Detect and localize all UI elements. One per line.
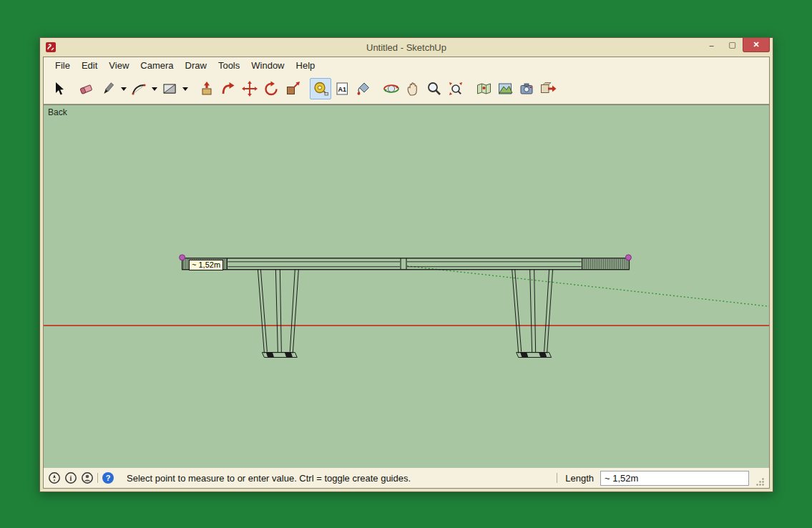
orbit-icon (383, 81, 399, 97)
arc-tool-button[interactable] (128, 78, 150, 99)
orbit-tool-button[interactable] (381, 78, 402, 99)
measure-endpoint-left (180, 255, 185, 260)
menu-bar: File Edit View Camera Draw Tools Window … (44, 57, 769, 74)
push-pull-icon (199, 81, 215, 97)
pan-tool-button[interactable] (402, 78, 424, 99)
zoom-extents-icon (448, 81, 464, 97)
photo-textures-button[interactable] (516, 78, 537, 99)
add-location-button[interactable] (473, 78, 494, 99)
move-tool-button[interactable] (239, 78, 260, 99)
chevron-down-icon (120, 86, 127, 92)
viewport[interactable]: Back ~ 1,52m (44, 104, 769, 468)
window-title: Untitled - SketchUp (43, 42, 770, 53)
inference-guide-line (407, 266, 769, 306)
text-icon: A1 (334, 81, 350, 97)
move-icon (242, 81, 258, 97)
rotate-icon (263, 81, 279, 97)
model-scene (44, 105, 769, 468)
menu-camera[interactable]: Camera (134, 58, 179, 73)
credits-info-icon[interactable]: i (64, 471, 77, 484)
photo-textures-icon (519, 81, 534, 97)
text-tool-button[interactable]: A1 (331, 78, 353, 99)
sketchup-window: Untitled - SketchUp – ▢ ✕ File Edit View… (39, 37, 773, 492)
pushpull-tool-button[interactable] (196, 78, 217, 99)
view-name-label: Back (48, 107, 67, 117)
client-area: File Edit View Camera Draw Tools Window … (43, 57, 770, 489)
scale-tool-button[interactable] (282, 78, 303, 99)
geolocation-icon[interactable] (48, 471, 61, 484)
menu-window[interactable]: Window (245, 58, 290, 73)
menu-help[interactable]: Help (290, 58, 321, 73)
tape-measure-icon (313, 81, 328, 97)
pencil-icon (100, 81, 116, 97)
text-tool-label: A1 (338, 86, 346, 93)
share-model-button[interactable] (537, 78, 559, 99)
status-bar: i ? Select point to measure to or enter … (44, 468, 769, 488)
status-message: Select point to measure to or enter valu… (127, 473, 411, 484)
measurement-input[interactable] (600, 471, 749, 486)
followme-tool-button[interactable] (217, 78, 239, 99)
titlebar: Untitled - SketchUp – ▢ ✕ (43, 38, 770, 57)
desktop: { "window": { "title": "Untitled - Sketc… (0, 0, 812, 528)
paint-bucket-tool-button[interactable] (353, 78, 374, 99)
resize-grip[interactable] (755, 477, 765, 487)
bench-top (182, 258, 630, 270)
menu-draw[interactable]: Draw (180, 58, 212, 73)
line-tool-dropdown[interactable] (119, 78, 128, 99)
close-button[interactable]: ✕ (743, 38, 770, 52)
measure-endpoint-right (625, 255, 631, 260)
vcb-divider (557, 473, 557, 483)
menu-tools[interactable]: Tools (212, 58, 245, 73)
length-label: Length (565, 473, 594, 484)
line-tool-button[interactable] (97, 78, 119, 99)
add-location-icon (476, 81, 491, 97)
toggle-terrain-button[interactable] (494, 78, 516, 99)
select-tool-button[interactable] (48, 78, 69, 99)
sign-in-person-icon[interactable] (81, 471, 94, 484)
svg-text:i: i (70, 474, 72, 482)
menu-file[interactable]: File (49, 58, 76, 73)
follow-me-icon (220, 81, 236, 97)
bench-right-leg (512, 270, 553, 358)
toolbar: A1 (44, 74, 769, 104)
arc-icon (131, 81, 147, 97)
zoom-tool-button[interactable] (424, 78, 445, 99)
tape-measure-tool-button[interactable] (310, 78, 331, 99)
paint-bucket-icon (356, 81, 371, 97)
eraser-icon (79, 81, 94, 97)
select-arrow-icon (51, 81, 67, 97)
pan-hand-icon (405, 81, 421, 97)
zoom-extents-tool-button[interactable] (445, 78, 466, 99)
arc-tool-dropdown[interactable] (150, 78, 159, 99)
share-model-icon (539, 81, 557, 97)
measurement-tooltip: ~ 1,52m (189, 260, 223, 270)
chevron-down-icon (151, 86, 158, 92)
sketchup-logo-icon[interactable] (45, 41, 57, 53)
bench-left-leg (258, 270, 298, 358)
rectangle-icon (162, 81, 177, 97)
chevron-down-icon (182, 86, 189, 92)
scale-icon (285, 81, 300, 97)
menu-view[interactable]: View (103, 58, 134, 73)
window-controls: – ▢ ✕ (701, 38, 770, 57)
status-divider (97, 473, 98, 483)
zoom-icon (426, 81, 442, 97)
eraser-tool-button[interactable] (76, 78, 97, 99)
toggle-terrain-icon (497, 81, 513, 97)
minimize-button[interactable]: – (701, 38, 722, 52)
rectangle-tool-button[interactable] (159, 78, 180, 99)
help-icon[interactable]: ? (102, 471, 114, 484)
maximize-button[interactable]: ▢ (722, 38, 743, 52)
rotate-tool-button[interactable] (260, 78, 282, 99)
menu-edit[interactable]: Edit (76, 58, 103, 73)
svg-text:?: ? (106, 474, 111, 482)
rectangle-tool-dropdown[interactable] (180, 78, 190, 99)
